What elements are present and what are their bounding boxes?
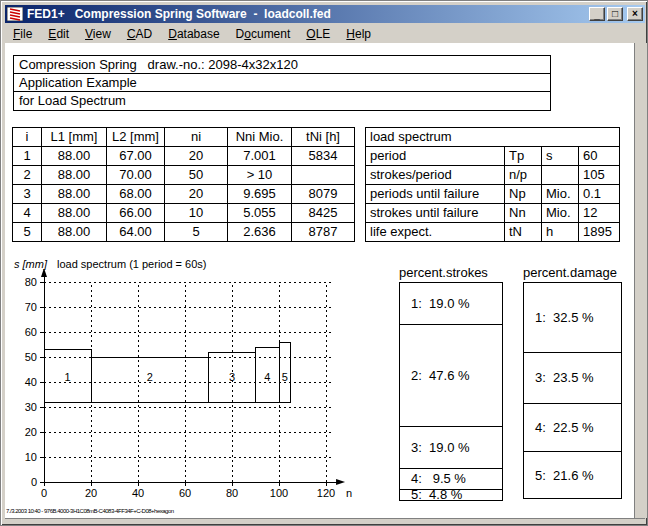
spectrum-table-cell: strokes/period — [366, 166, 505, 185]
y-tick-label: 70 — [25, 301, 37, 313]
x-tick-label: 120 — [317, 487, 335, 499]
title-bar[interactable]: FED1+ Compression Spring Software - load… — [5, 5, 645, 23]
strokes-segment-label: 2: 47.6 % — [400, 368, 470, 383]
load-step-label: 2 — [147, 371, 153, 383]
minimize-button[interactable]: _ — [589, 7, 605, 21]
results-table-cell: tNi [h] — [292, 128, 355, 147]
spectrum-table-cell: Tp — [505, 147, 542, 166]
results-table-cell: 20 — [165, 147, 228, 166]
client-area: Compression Spring draw.-no.: 2098-4x32x… — [5, 43, 634, 518]
strokes-segment-label: 4: 9.5 % — [400, 471, 466, 486]
results-table-cell: 50 — [165, 166, 228, 185]
load-spectrum-table: load spectrumperiodTps60strokes/periodn/… — [365, 127, 620, 242]
results-table-cell: i — [13, 128, 42, 147]
percent-damage-box: 1: 32.5 %3: 23.5 %4: 22.5 %5: 21.6 % — [523, 282, 622, 499]
results-table-cell: 70.00 — [107, 166, 165, 185]
y-axis-arrow — [41, 269, 47, 277]
load-step-label: 5 — [282, 371, 288, 383]
results-table-cell: 88.00 — [42, 166, 107, 185]
results-table-cell: 5 — [13, 223, 42, 242]
y-tick-label: 60 — [25, 326, 37, 338]
results-table-cell: > 10 — [228, 166, 292, 185]
results-table-cell: 64.00 — [107, 223, 165, 242]
percent-damage-title: percent.damage — [523, 265, 617, 280]
menu-document[interactable]: Document — [228, 25, 299, 43]
spectrum-table-row: life expect.tNh1895 — [366, 223, 620, 242]
results-table-cell: 88.00 — [42, 185, 107, 204]
menu-file[interactable]: File — [5, 25, 40, 43]
spectrum-table-row: strokes until failureNnMio.12 — [366, 204, 620, 223]
results-table: iL1 [mm]L2 [mm]niNni Mio.tNi [h]188.0067… — [12, 127, 355, 242]
menu-edit[interactable]: Edit — [40, 25, 77, 43]
y-tick-label: 10 — [25, 451, 37, 463]
x-tick-label: 80 — [226, 487, 238, 499]
results-table-cell: 8425 — [292, 204, 355, 223]
damage-segment-5: 5: 21.6 % — [524, 451, 621, 498]
menu-database[interactable]: Database — [160, 25, 227, 43]
damage-segment-3: 3: 23.5 % — [524, 352, 621, 403]
damage-segment-4: 4: 22.5 % — [524, 403, 621, 452]
damage-segment-label: 3: 23.5 % — [524, 370, 594, 385]
app-window: FED1+ Compression Spring Software - load… — [0, 0, 648, 526]
maximize-button[interactable]: □ — [607, 7, 623, 21]
window-controls: _ □ × — [589, 7, 643, 21]
spectrum-table-cell: strokes until failure — [366, 204, 505, 223]
results-table-row: iL1 [mm]L2 [mm]niNni Mio.tNi [h] — [13, 128, 355, 147]
results-table-cell: 88.00 — [42, 147, 107, 166]
menu-cad[interactable]: CAD — [119, 25, 160, 43]
results-table-cell: 8787 — [292, 223, 355, 242]
results-table-cell: 88.00 — [42, 223, 107, 242]
strokes-segment-label: 1: 19.0 % — [400, 296, 470, 311]
x-tick-label: 20 — [85, 487, 97, 499]
results-table-cell: 66.00 — [107, 204, 165, 223]
window-frame-right — [634, 43, 648, 518]
strokes-segment-2: 2: 47.6 % — [400, 324, 502, 426]
spectrum-table-cell: n/p — [505, 166, 542, 185]
y-tick-label: 0 — [31, 476, 37, 488]
spectrum-table-cell: 12 — [579, 204, 620, 223]
load-step-label: 1 — [64, 371, 70, 383]
spring-app-icon — [7, 7, 23, 21]
results-table-cell: 2 — [13, 166, 42, 185]
results-table-row: 288.0070.0050> 10 — [13, 166, 355, 185]
spectrum-table-cell: Nn — [505, 204, 542, 223]
spectrum-table-cell: periods until failure — [366, 185, 505, 204]
window-frame-bottom — [5, 518, 645, 524]
spectrum-table-row: periodTps60 — [366, 147, 620, 166]
y-tick-label: 40 — [25, 376, 37, 388]
x-tick-label: 60 — [179, 487, 191, 499]
menu-bar: FileEditViewCADDatabaseDocumentOLEHelp — [5, 24, 645, 43]
x-tick-label: 100 — [270, 487, 288, 499]
menu-ole[interactable]: OLE — [298, 25, 338, 43]
results-table-cell: 67.00 — [107, 147, 165, 166]
spectrum-table-cell: life expect. — [366, 223, 505, 242]
menu-view[interactable]: View — [77, 25, 119, 43]
percent-strokes-title: percent.strokes — [399, 265, 488, 280]
results-table-cell: 8079 — [292, 185, 355, 204]
x-tick-label: 0 — [41, 487, 47, 499]
close-button[interactable]: × — [627, 7, 643, 21]
spectrum-table-row: strokes/periodn/p105 — [366, 166, 620, 185]
results-table-cell: 68.00 — [107, 185, 165, 204]
results-table-row: 588.0064.0052.6368787 — [13, 223, 355, 242]
results-table-cell: L1 [mm] — [42, 128, 107, 147]
y-tick-label: 20 — [25, 426, 37, 438]
window-title: FED1+ Compression Spring Software - load… — [27, 7, 589, 21]
spectrum-table-row: load spectrum — [366, 128, 620, 147]
menu-help[interactable]: Help — [338, 25, 379, 43]
x-axis-arrow — [336, 479, 345, 485]
results-table-cell: ni — [165, 128, 228, 147]
results-table-cell: 4 — [13, 204, 42, 223]
spectrum-table-cell: 60 — [579, 147, 620, 166]
results-table-cell — [292, 166, 355, 185]
results-table-cell: 88.00 — [42, 204, 107, 223]
strokes-segment-label: 5: 4.8 % — [400, 489, 462, 500]
results-table-cell: 3 — [13, 185, 42, 204]
spectrum-table-cell: tN — [505, 223, 542, 242]
drawing-header-box: Compression Spring draw.-no.: 2098-4x32x… — [13, 55, 551, 111]
results-table-cell: 9.695 — [228, 185, 292, 204]
results-table-cell: 5.055 — [228, 204, 292, 223]
results-table-cell: 5 — [165, 223, 228, 242]
load-step-label: 4 — [264, 371, 270, 383]
spectrum-table-row: periods until failureNpMio.0.1 — [366, 185, 620, 204]
